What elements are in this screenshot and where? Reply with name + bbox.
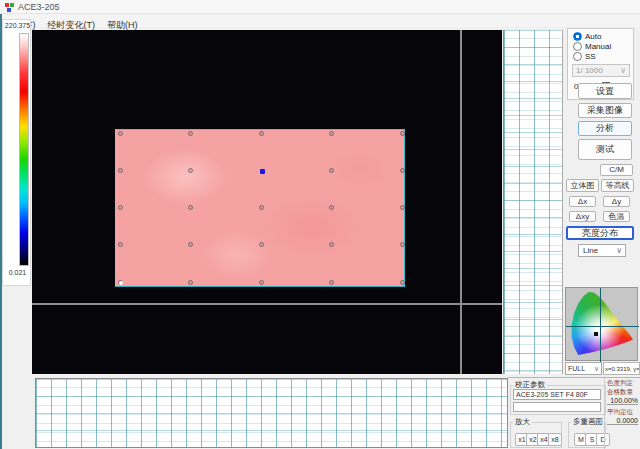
judgement-title: 色度判定 [607,379,639,388]
cie-crosshair-horizontal [566,326,639,327]
measure-marker [400,168,405,173]
horizontal-profile-grid [35,378,508,448]
measure-marker [400,131,405,136]
center-measure-point [260,169,265,174]
radio-label: Manual [585,42,611,51]
judgement-column: 色度判定 合格数量 100.00% 平均定位 0.0000 [604,378,640,449]
measure-marker [400,280,405,285]
white-marker-dot [119,281,123,285]
measure-marker [118,205,123,210]
measure-marker [118,242,123,247]
correction-group: 校正参数 ACE3-205 SET F4 80F [510,385,606,415]
correction-preset-field-2[interactable] [513,402,601,412]
stereo-map-button[interactable]: 立体图 [566,179,599,192]
measure-marker [329,280,334,285]
correction-preset-field[interactable]: ACE3-205 SET F4 80F [513,389,601,400]
color-temp-button[interactable]: 色温 [603,211,630,222]
cie-range-value: FULL [568,365,585,372]
cie-coordinates-field: x=0.3319, y=0.2898 [603,362,640,375]
measure-marker [329,168,334,173]
colorbar-gradient [19,33,29,266]
chevron-down-icon: ∨ [620,66,626,75]
app-icon [5,3,14,12]
shutter-speed-value: 1/ 1000 [576,66,603,75]
colorbar-panel: 220.375 0.021 [2,19,31,286]
radio-manual[interactable]: Manual [573,42,611,52]
radio-label: SS [585,52,596,61]
cie-range-select[interactable]: FULL ∨ [565,362,602,375]
average-value: 0.0000 [607,417,638,425]
cm-toggle-button[interactable]: C/M [600,164,633,176]
delta-y-button[interactable]: Δy [603,196,630,207]
delta-xy-button[interactable]: Δxy [569,211,596,222]
chevron-down-icon: ∨ [594,365,599,373]
measure-marker [259,280,264,285]
radio-icon[interactable] [573,42,582,51]
measure-marker [188,168,193,173]
zoom-group: 放大 x1x2x4x8 [510,422,562,448]
canvas-crosshair-horizontal[interactable] [32,303,502,305]
average-label: 平均定位 [607,408,639,417]
cie-measured-point [594,332,598,336]
measure-marker [259,242,264,247]
correction-panel: 校正参数 ACE3-205 SET F4 80F 放大 x1x2x4x8 多重画… [508,377,640,449]
multi-screen-group: 多重画面 MSD [568,422,606,448]
measure-marker [188,205,193,210]
title-bar[interactable]: ACE3-205 [0,0,640,14]
contour-button[interactable]: 等高线 [601,179,634,192]
line-mode-value: Line [583,246,598,255]
measure-marker [400,242,405,247]
menu-bar: 文件(F)经时变化(T)帮助(H) [0,14,640,27]
pass-count-label: 合格数量 [607,388,639,397]
test-button[interactable]: 测试 [578,139,632,160]
radio-label: Auto [585,32,601,41]
measured-sample-image [115,129,405,287]
cie-chromaticity-diagram[interactable] [565,287,638,361]
measure-marker [259,205,264,210]
zoom-x8-button[interactable]: x8 [548,433,562,446]
measure-marker [188,280,193,285]
multi-screen-label: 多重画面 [571,417,605,427]
measure-marker [329,131,334,136]
vertical-profile-grid [503,30,563,374]
radio-icon[interactable] [573,52,582,61]
image-canvas[interactable] [32,30,502,374]
cie-horseshoe [569,290,635,357]
radio-ss[interactable]: SS [573,52,596,62]
measure-marker [118,168,123,173]
window-title: ACE3-205 [18,2,60,12]
measure-marker [188,131,193,136]
colorbar-max-value: 220.375 [3,22,32,29]
chevron-down-icon: ∨ [616,246,622,255]
measure-marker [118,131,123,136]
measure-marker [329,205,334,210]
canvas-crosshair-vertical[interactable] [460,30,462,374]
app-window: ACE3-205 文件(F)经时变化(T)帮助(H) 220.375 0.021… [0,0,640,449]
measure-marker [188,242,193,247]
cie-crosshair-vertical [600,288,601,362]
capture-image-button[interactable]: 采集图像 [578,103,632,118]
measure-marker [259,131,264,136]
analyze-button[interactable]: 分析 [578,121,632,136]
delta-x-button[interactable]: Δx [569,196,596,207]
line-mode-select[interactable]: Line ∨ [578,244,626,257]
measure-marker [329,242,334,247]
radio-icon[interactable] [573,32,582,41]
settings-button[interactable]: 设置 [578,83,632,99]
radio-auto[interactable]: Auto [573,32,601,42]
colorbar-min-value: 0.021 [3,269,32,276]
shutter-speed-select[interactable]: 1/ 1000 ∨ [572,64,630,77]
zoom-label: 放大 [513,417,532,427]
luminance-distribution-button[interactable]: 亮度分布 [566,226,634,240]
measure-marker [400,205,405,210]
pass-count-value: 100.00% [607,397,638,405]
